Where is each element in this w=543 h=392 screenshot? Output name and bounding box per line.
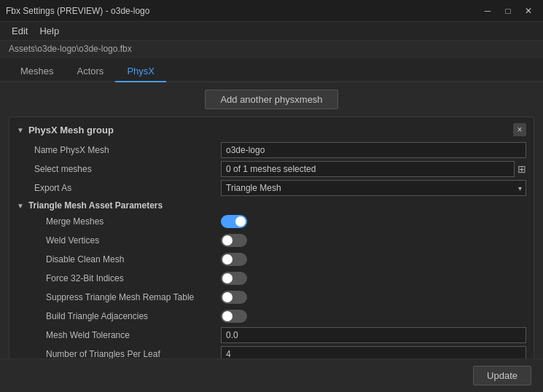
export-as-value: Triangle Mesh Convex Mesh Primitive Mesh… <box>221 180 526 196</box>
menu-help[interactable]: Help <box>34 24 65 38</box>
name-physx-mesh-row: Name PhysX Mesh <box>17 142 526 158</box>
triangle-mesh-section-header: ▼ Triangle Mesh Asset Parameters <box>17 200 526 211</box>
group-title-label: PhysX Mesh group <box>28 125 114 136</box>
suppress-remap-toggle[interactable] <box>221 291 247 304</box>
export-as-select-wrapper: Triangle Mesh Convex Mesh Primitive Mesh… <box>221 180 526 196</box>
group-close-button[interactable]: × <box>513 123 526 136</box>
footer-bar: Update <box>0 358 543 392</box>
tab-meshes[interactable]: Meshes <box>9 61 66 82</box>
group-header: ▼ PhysX Mesh group × <box>17 123 526 136</box>
build-adjacencies-thumb <box>222 311 233 321</box>
maximize-button[interactable]: □ <box>499 4 517 18</box>
build-adjacencies-label: Build Triangle Adjacencies <box>17 311 221 321</box>
build-adjacencies-toggle[interactable] <box>221 310 247 323</box>
force-32bit-thumb <box>222 273 233 283</box>
weld-vertices-toggle[interactable] <box>221 234 247 247</box>
force-32bit-label: Force 32-Bit Indices <box>17 273 221 283</box>
physx-mesh-group: ▼ PhysX Mesh group × Name PhysX Mesh Sel… <box>9 117 534 388</box>
force-32bit-toggle[interactable] <box>221 272 247 285</box>
add-button-row: Add another physxmesh <box>9 90 534 109</box>
window-title: Fbx Settings (PREVIEW) - o3de-logo <box>6 6 149 16</box>
merge-meshes-toggle-container <box>221 215 526 228</box>
weld-vertices-thumb <box>222 235 233 246</box>
group-title-container: ▼ PhysX Mesh group <box>17 125 114 136</box>
build-adjacencies-row: Build Triangle Adjacencies <box>17 308 526 324</box>
disable-clean-mesh-label: Disable Clean Mesh <box>17 254 221 264</box>
export-as-label: Export As <box>17 183 221 193</box>
close-button[interactable]: ✕ <box>520 4 537 18</box>
suppress-remap-thumb <box>222 292 233 302</box>
suppress-remap-label: Suppress Triangle Mesh Remap Table <box>17 292 221 302</box>
force-32bit-toggle-container <box>221 272 526 285</box>
mesh-weld-tolerance-value <box>221 327 526 343</box>
name-physx-mesh-input[interactable] <box>221 142 526 158</box>
triangle-collapse-icon[interactable]: ▼ <box>17 202 24 210</box>
disable-clean-mesh-toggle-container <box>221 253 526 266</box>
tab-bar: Meshes Actors PhysX <box>0 58 543 82</box>
meshes-row-value: 0 of 1 meshes selected ⊞ <box>221 161 526 177</box>
app-window: Fbx Settings (PREVIEW) - o3de-logo ─ □ ✕… <box>0 0 543 392</box>
export-as-select[interactable]: Triangle Mesh Convex Mesh Primitive Mesh <box>221 180 526 196</box>
triangle-mesh-title: Triangle Mesh Asset Parameters <box>28 200 163 211</box>
collapse-icon[interactable]: ▼ <box>17 126 24 134</box>
suppress-remap-toggle-container <box>221 291 526 304</box>
weld-vertices-row: Weld Vertices <box>17 232 526 248</box>
select-meshes-icon[interactable]: ⊞ <box>517 163 526 175</box>
main-content: Add another physxmesh ▼ PhysX Mesh group… <box>0 82 543 388</box>
merge-meshes-row: Merge Meshes <box>17 213 526 230</box>
update-button[interactable]: Update <box>473 366 531 385</box>
tab-actors[interactable]: Actors <box>66 61 116 82</box>
select-meshes-row: Select meshes 0 of 1 meshes selected ⊞ <box>17 161 526 177</box>
breadcrumb: Assets\o3de-logo\o3de-logo.fbx <box>0 41 543 58</box>
select-meshes-label: Select meshes <box>17 164 221 174</box>
force-32bit-row: Force 32-Bit Indices <box>17 270 526 286</box>
name-physx-mesh-label: Name PhysX Mesh <box>17 145 221 155</box>
disable-clean-mesh-toggle[interactable] <box>221 253 247 266</box>
mesh-weld-tolerance-input[interactable] <box>221 327 526 343</box>
minimize-button[interactable]: ─ <box>479 4 496 18</box>
weld-vertices-toggle-container <box>221 234 526 247</box>
merge-meshes-thumb <box>235 216 246 227</box>
select-meshes-value: 0 of 1 meshes selected ⊞ <box>221 161 526 177</box>
export-as-row: Export As Triangle Mesh Convex Mesh Prim… <box>17 180 526 196</box>
weld-vertices-label: Weld Vertices <box>17 235 221 246</box>
mesh-weld-tolerance-label: Mesh Weld Tolerance <box>17 330 221 340</box>
disable-clean-mesh-thumb <box>222 254 233 264</box>
add-physxmesh-button[interactable]: Add another physxmesh <box>205 90 337 109</box>
menu-edit[interactable]: Edit <box>6 24 34 38</box>
title-bar: Fbx Settings (PREVIEW) - o3de-logo ─ □ ✕ <box>0 0 543 22</box>
window-controls: ─ □ ✕ <box>479 4 537 18</box>
mesh-weld-tolerance-row: Mesh Weld Tolerance <box>17 327 526 343</box>
triangles-per-leaf-label: Number of Triangles Per Leaf <box>17 349 221 359</box>
disable-clean-mesh-row: Disable Clean Mesh <box>17 251 526 267</box>
tab-physx[interactable]: PhysX <box>115 61 166 82</box>
breadcrumb-path: Assets\o3de-logo\o3de-logo.fbx <box>9 44 132 54</box>
name-physx-mesh-value <box>221 142 526 158</box>
menu-bar: Edit Help <box>0 22 543 41</box>
meshes-text-display: 0 of 1 meshes selected <box>221 161 515 177</box>
merge-meshes-toggle[interactable] <box>221 215 247 228</box>
suppress-remap-row: Suppress Triangle Mesh Remap Table <box>17 289 526 305</box>
build-adjacencies-toggle-container <box>221 310 526 323</box>
merge-meshes-label: Merge Meshes <box>17 216 221 227</box>
